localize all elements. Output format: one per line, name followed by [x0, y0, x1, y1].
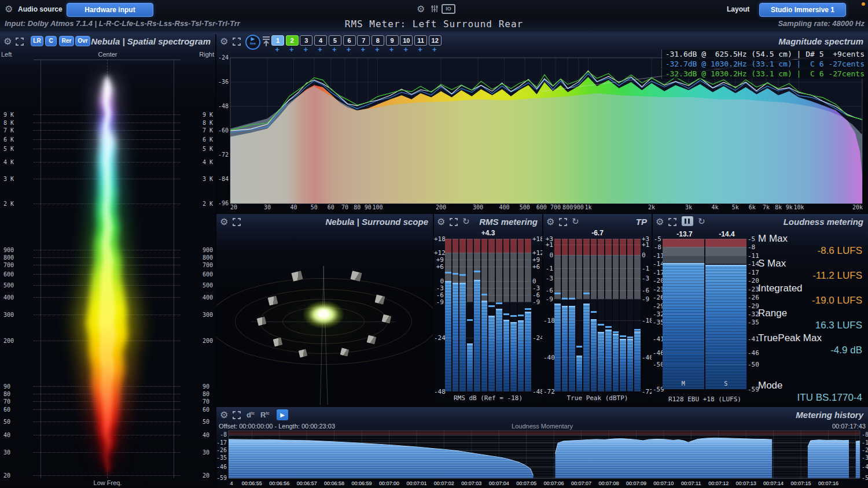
meter-scale-label: +9 [434, 256, 444, 264]
tp-reset-icon[interactable]: ↻ [572, 216, 579, 227]
meter-zone [576, 255, 583, 299]
meter-peak-hold [503, 313, 510, 315]
spatial-header: ⚙ LR C Rer Ovr Nebula | Spatial spectrog… [0, 34, 215, 50]
meter-bar-cap [705, 265, 747, 266]
svg-text:-84: -84 [218, 176, 229, 182]
history-time-label: 00:07:15 [790, 480, 811, 486]
meter-scale-label: -23 [653, 285, 661, 293]
rms-expand-icon[interactable] [450, 218, 458, 226]
rms-reset-icon[interactable]: ↻ [462, 216, 470, 227]
loudness-axis-label: R128 EBU +18 (LUFS) [653, 395, 757, 403]
history-time-label: 00:07:01 [406, 480, 426, 486]
tp-expand-icon[interactable] [559, 218, 567, 226]
meter-column [569, 239, 575, 391]
svg-text:-48: -48 [218, 103, 229, 109]
loudness-meter-area: MS [663, 239, 746, 389]
io-icon[interactable]: IO [442, 4, 455, 14]
meter-bar-cap [459, 283, 466, 284]
meter-zone [518, 239, 524, 253]
meter-bar-cap [605, 330, 612, 331]
meter-scale-label: -35 [653, 319, 661, 326]
tp-max-value: -6.7 [543, 229, 652, 237]
meter-scale-label: -46 [653, 349, 661, 357]
scope-scene[interactable] [216, 214, 433, 406]
tp-axis-label: True Peak (dBTP) [543, 394, 652, 402]
meter-peak-hold [496, 302, 502, 304]
window-title: RMS Meter: Left Surround Rear [243, 19, 625, 29]
meter-zone [496, 239, 502, 253]
meter-scale-label: +1 [642, 241, 652, 249]
rms-header: ⚙ ↻ RMS metering [434, 214, 542, 230]
loudness-gear-icon[interactable]: ⚙ [656, 216, 664, 227]
stat-value: 16.3 LUFS [758, 319, 862, 331]
spatial-c-button[interactable]: C [45, 36, 57, 46]
app-window: ⚙ Audio source Hardware input ⚙ IO Layou… [0, 0, 868, 488]
meter-scale-label: -14 [653, 260, 661, 268]
meter-bar-fill [605, 330, 612, 391]
stat-label: TruePeak Max [758, 332, 862, 344]
spatial-gear-icon[interactable]: ⚙ [3, 36, 12, 47]
meter-zone [453, 239, 459, 253]
meter-column [605, 239, 612, 391]
history-time-label: 00:07:07 [571, 480, 591, 486]
meter-scale-label: +9 [532, 256, 542, 264]
meter-zone [459, 239, 466, 253]
meter-scale-label: -6 [434, 291, 444, 298]
mixer-sliders-icon[interactable] [431, 5, 439, 13]
history-time-label: 00:07:03 [461, 480, 481, 486]
meter-scale-label: -23 [748, 285, 759, 293]
meter-bar-fill [481, 301, 488, 391]
meter-scale-line [663, 239, 746, 239]
svg-text:-46: -46 [216, 464, 227, 470]
svg-text:-8: -8 [220, 431, 227, 438]
meter-column [453, 239, 459, 391]
settings-gear-icon[interactable]: ⚙ [417, 3, 425, 14]
svg-text:4k: 4k [712, 204, 719, 210]
meter-scale-line [663, 280, 746, 281]
history-time-label: 00:07:05 [516, 480, 536, 486]
history-time-label: 00:06:59 [352, 480, 372, 486]
meter-scale-line [445, 253, 531, 253]
meter-column [488, 239, 495, 391]
meter-scale-label: -41 [748, 335, 759, 343]
history-graph[interactable]: -8-8-17-17-26-26-35-35-46-46-59-59400:06… [216, 407, 868, 488]
meter-scale-label: 0 [434, 277, 444, 284]
svg-text:90: 90 [365, 204, 372, 210]
meter-peak-hold [445, 272, 451, 273]
input-info: Input: Dolby Atmos 7.1.4 | L-R-C-Lfe-Ls-… [5, 19, 240, 28]
meter-bar-fill [576, 356, 583, 391]
tp-gear-icon[interactable]: ⚙ [546, 216, 554, 227]
rms-gear-icon[interactable]: ⚙ [437, 216, 445, 227]
loudness-reset-icon[interactable]: ↻ [698, 216, 705, 227]
hardware-input-button[interactable]: Hardware input [67, 3, 153, 17]
spatial-expand-icon[interactable] [16, 38, 24, 46]
spatial-rer-button[interactable]: Rer [59, 36, 74, 46]
meter-bar-cap [554, 304, 561, 305]
svg-text:80: 80 [354, 204, 361, 210]
tp-header: ⚙ ↻ TP [543, 214, 652, 230]
spatial-lowfreq-label: Low Freq. [0, 479, 215, 486]
loudness-m-value: -13.7 [664, 230, 705, 238]
meter-scale-line [554, 278, 641, 279]
history-time-label: 00:07:10 [653, 480, 674, 486]
svg-text:3k: 3k [685, 204, 692, 210]
meter-zone [562, 239, 568, 255]
spatial-lr-button[interactable]: LR [31, 36, 43, 46]
meter-zone [627, 239, 634, 255]
meter-zone [576, 239, 583, 255]
stat-value: ITU BS.1770-4 [758, 391, 862, 404]
rms-scale-right: +18+12+9+60-3-6-9-24-48 [532, 239, 542, 391]
svg-text:20: 20 [230, 204, 237, 210]
loudness-scale-left: -5-8-11-14-17-20-23-26-29-32-35-41-46-50… [653, 239, 661, 389]
svg-text:2k: 2k [648, 204, 655, 210]
spatial-plot[interactable]: 9 K9 K8 K8 K7 K7 K6 K6 K5 K5 K4 K4 K3 K3… [0, 60, 215, 478]
meter-column [554, 239, 561, 391]
loudness-expand-icon[interactable] [668, 218, 676, 226]
rms-meter-panel: ⚙ ↻ RMS metering +4.3 +18+12+9+60-3-6-9-… [434, 214, 542, 406]
audio-source-gear-icon[interactable]: ⚙ [5, 3, 13, 14]
loudness-pause-button[interactable] [682, 216, 693, 226]
svg-text:-59: -59 [216, 475, 227, 481]
spatial-ovr-button[interactable]: Ovr [75, 36, 90, 46]
meter-bar-fill [613, 334, 619, 391]
layout-preset-button[interactable]: Studio Immersive 1 [759, 3, 846, 17]
